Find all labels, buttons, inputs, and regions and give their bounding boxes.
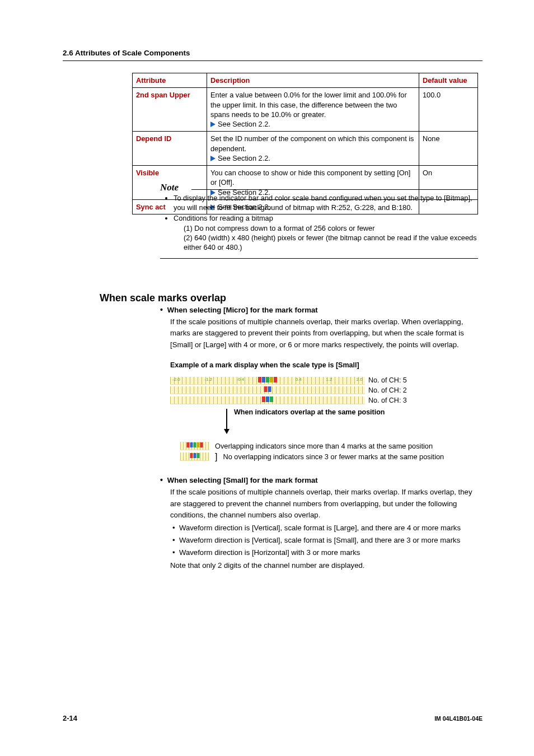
overlap-row: Overlapping indicators since more than 4… <box>180 441 479 451</box>
mini-scale <box>180 442 209 450</box>
attr-desc: Set the ID number of the component on wh… <box>207 132 419 166</box>
attr-default: None <box>419 132 478 166</box>
mini-scale <box>180 452 209 461</box>
scale-note: No. of CH: 5 <box>368 376 407 385</box>
attr-name: Depend ID <box>133 132 207 166</box>
scale-note: No. of CH: 2 <box>368 386 407 395</box>
scale-bar <box>170 396 365 404</box>
note-subitem: (2) 640 (width) x 480 (height) pixels or… <box>184 233 478 253</box>
bracket-icon: ] <box>215 453 217 461</box>
desc-text: Enter a value between 0.0% for the lower… <box>210 91 407 119</box>
note-block: Note To display the indicator bar and co… <box>160 181 478 259</box>
desc-text: Set the ID number of the component on wh… <box>210 134 414 152</box>
scale-row: No. of CH: 2 <box>170 386 479 395</box>
arrow-label: When indicators overlap at the same posi… <box>234 408 385 417</box>
overlap-row: ] No overlapping indicators since 3 or f… <box>180 452 479 461</box>
small-title: • When selecting [Small] for the mark fo… <box>160 475 479 486</box>
table-row: Depend ID Set the ID number of the compo… <box>133 132 478 166</box>
attr-name: 2nd span Upper <box>133 88 207 132</box>
note-top-rule <box>191 189 478 190</box>
note-title: Note <box>160 181 478 194</box>
arrow-down-icon: When indicators overlap at the same posi… <box>226 409 227 433</box>
note-item: To display the indicator bar and color s… <box>174 193 478 213</box>
note-subitem: (1) Do not compress down to a format of … <box>184 223 478 233</box>
th-description: Description <box>207 73 419 88</box>
see-arrow-icon <box>210 122 216 127</box>
micro-body: If the scale positions of multiple chann… <box>170 316 479 351</box>
small-bullet: • Waveform direction is [Vertical], scal… <box>180 535 479 546</box>
small-body: If the scale positions of multiple chann… <box>170 487 479 521</box>
scale-row: No. of CH: 3 <box>170 396 479 405</box>
see-ref: See Section 2.2. <box>218 154 270 162</box>
overlap-text: Overlapping indicators since more than 4… <box>215 441 433 451</box>
scale-bar <box>170 386 365 394</box>
section-header: 2.6 Attributes of Scale Components <box>63 48 190 58</box>
table-row: 2nd span Upper Enter a value between 0.0… <box>133 88 478 132</box>
scale-note: No. of CH: 3 <box>368 396 407 405</box>
header-rule <box>63 60 483 61</box>
see-arrow-icon <box>210 156 216 161</box>
attr-default: 100.0 <box>419 88 478 132</box>
note-item: Conditions for reading a bitmap (1) Do n… <box>174 213 478 252</box>
overlap-heading: When scale marks overlap <box>100 291 226 305</box>
overlap-text: No overlapping indicators since 3 or few… <box>223 452 444 461</box>
example-graphic: -2.0-1.2-0.400.41.22.0 No. of CH: 5 No. … <box>170 376 479 461</box>
page-number: 2-14 <box>63 713 77 724</box>
note-bottom-rule <box>160 258 478 259</box>
table-header-row: Attribute Description Default value <box>133 73 478 88</box>
th-default: Default value <box>419 73 478 88</box>
small-bullet: • Waveform direction is [Vertical], scal… <box>180 522 479 534</box>
small-tail: Note that only 2 digits of the channel n… <box>170 560 479 571</box>
overlap-explain: Overlapping indicators since more than 4… <box>180 441 479 462</box>
small-bullet: • Waveform direction is [Horizontal] wit… <box>180 547 479 558</box>
see-ref: See Section 2.2. <box>218 120 270 128</box>
attr-desc: Enter a value between 0.0% for the lower… <box>207 88 419 132</box>
micro-title: • When selecting [Micro] for the mark fo… <box>160 305 479 315</box>
doc-id: IM 04L41B01-04E <box>434 715 483 722</box>
note-item-text: Conditions for reading a bitmap <box>174 214 273 222</box>
scale-bar: -2.0-1.2-0.400.41.22.0 <box>170 377 365 385</box>
th-attribute: Attribute <box>133 73 207 88</box>
example-caption: Example of a mark display when the scale… <box>170 361 479 370</box>
scale-row: -2.0-1.2-0.400.41.22.0 No. of CH: 5 <box>170 376 479 385</box>
